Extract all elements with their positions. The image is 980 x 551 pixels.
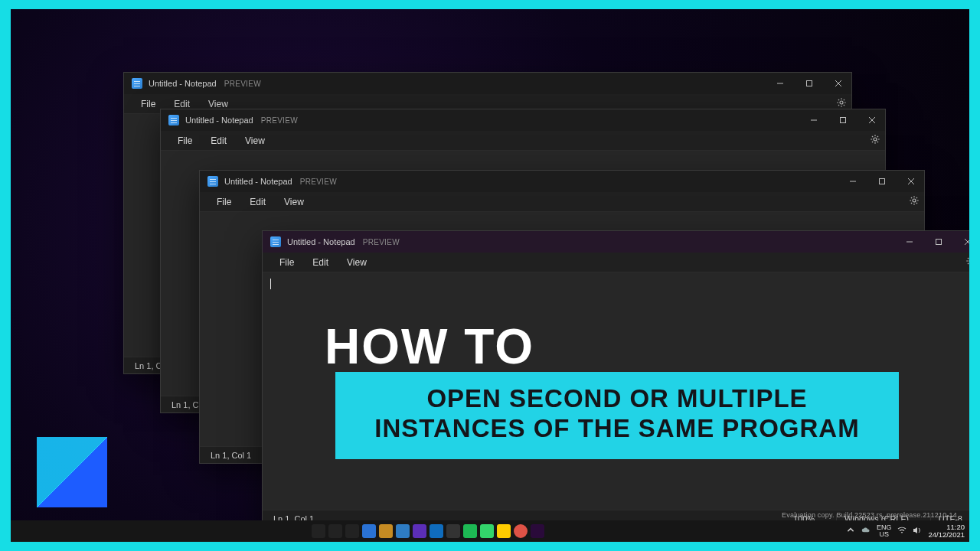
preview-badge: PREVIEW <box>261 116 298 125</box>
svg-point-14 <box>913 199 916 202</box>
taskbar-outlook-icon[interactable] <box>430 524 443 538</box>
settings-button[interactable] <box>909 195 920 208</box>
menu-bar: File Edit View <box>263 253 969 272</box>
svg-point-9 <box>874 138 877 141</box>
notepad-icon <box>132 78 142 89</box>
titlebar[interactable]: Untitled - Notepad PREVIEW <box>161 109 885 131</box>
system-tray[interactable]: ENGUS 11:2024/12/2021 <box>846 523 965 539</box>
onedrive-icon[interactable] <box>861 526 871 536</box>
taskbar[interactable]: ENGUS 11:2024/12/2021 <box>11 520 969 542</box>
taskbar-store-icon[interactable] <box>413 524 426 538</box>
minimize-button[interactable] <box>769 73 792 94</box>
maximize-button[interactable] <box>871 171 893 192</box>
close-button[interactable] <box>827 73 850 94</box>
menu-file[interactable]: File <box>133 96 163 112</box>
volume-icon[interactable] <box>913 526 922 536</box>
window-title: Untitled - Notepad <box>149 79 217 88</box>
preview-badge: PREVIEW <box>300 178 337 186</box>
menu-view[interactable]: View <box>237 133 273 148</box>
menu-edit[interactable]: Edit <box>203 133 234 148</box>
menu-edit[interactable]: Edit <box>305 255 336 270</box>
overlay-headline: HOW TO <box>325 324 534 370</box>
tray-lang[interactable]: ENGUS <box>877 524 892 539</box>
taskbar-clock[interactable]: 11:2024/12/2021 <box>928 523 965 539</box>
close-button[interactable] <box>861 109 884 131</box>
taskbar-obs-icon[interactable] <box>446 524 460 538</box>
close-button[interactable] <box>900 171 923 192</box>
notepad-icon <box>207 176 218 187</box>
window-title: Untitled - Notepad <box>224 177 292 186</box>
menu-view[interactable]: View <box>276 194 312 210</box>
taskbar-chrome-icon[interactable] <box>514 524 528 538</box>
svg-rect-1 <box>807 81 812 86</box>
maximize-button[interactable] <box>927 231 950 253</box>
taskbar-whatsapp-icon[interactable] <box>480 524 494 538</box>
titlebar[interactable]: Untitled - Notepad PREVIEW <box>263 231 969 253</box>
minimize-button[interactable] <box>802 109 825 131</box>
minimize-button[interactable] <box>841 171 864 192</box>
menu-edit[interactable]: Edit <box>242 194 273 210</box>
settings-button[interactable] <box>870 134 880 147</box>
taskbar-spotify-icon[interactable] <box>463 524 477 538</box>
taskbar-edge-icon[interactable] <box>396 524 410 538</box>
menu-view[interactable]: View <box>339 255 374 270</box>
text-caret <box>270 279 271 289</box>
svg-rect-11 <box>880 179 885 184</box>
menu-bar: File Edit View <box>200 192 924 212</box>
window-title: Untitled - Notepad <box>185 116 253 125</box>
svg-rect-6 <box>841 118 846 123</box>
preview-badge: PREVIEW <box>363 238 400 246</box>
notepad-icon <box>168 115 179 126</box>
window-title: Untitled - Notepad <box>287 237 355 246</box>
taskbar-canary-icon[interactable] <box>497 524 511 538</box>
tray-chevron-icon[interactable] <box>846 526 855 536</box>
menu-file[interactable]: File <box>209 194 239 210</box>
menu-file[interactable]: File <box>170 133 200 148</box>
overlay-subtitle: OPEN SECOND OR MULTIPLE INSTANCES OF THE… <box>335 372 899 459</box>
taskbar-widgets-icon[interactable] <box>362 524 376 538</box>
maximize-button[interactable] <box>798 73 821 94</box>
wifi-icon[interactable] <box>897 526 906 536</box>
taskbar-explorer-icon[interactable] <box>379 524 393 538</box>
minimize-button[interactable] <box>898 231 921 253</box>
menu-bar: File Edit View <box>161 131 885 151</box>
taskbar-start-icon[interactable] <box>312 524 325 538</box>
status-position: Ln 1, Col 1 <box>211 451 251 460</box>
settings-button[interactable] <box>965 256 969 269</box>
menu-file[interactable]: File <box>272 255 302 270</box>
taskbar-premiere-icon[interactable] <box>531 524 544 538</box>
taskbar-taskview-icon[interactable] <box>345 524 359 538</box>
watermark-text: Evaluation copy. Build 22523.rs_prerelea… <box>782 511 957 519</box>
desktop-wallpaper: Untitled - Notepad PREVIEW File Edit Vie… <box>11 9 969 542</box>
brand-logo <box>37 437 107 507</box>
titlebar[interactable]: Untitled - Notepad PREVIEW <box>200 171 924 192</box>
close-button[interactable] <box>956 231 969 253</box>
titlebar[interactable]: Untitled - Notepad PREVIEW <box>124 73 851 94</box>
svg-point-4 <box>840 101 843 104</box>
maximize-button[interactable] <box>831 109 854 131</box>
svg-rect-16 <box>936 240 942 245</box>
notepad-icon <box>270 236 281 247</box>
taskbar-search-icon[interactable] <box>328 524 342 538</box>
preview-badge: PREVIEW <box>224 80 261 88</box>
